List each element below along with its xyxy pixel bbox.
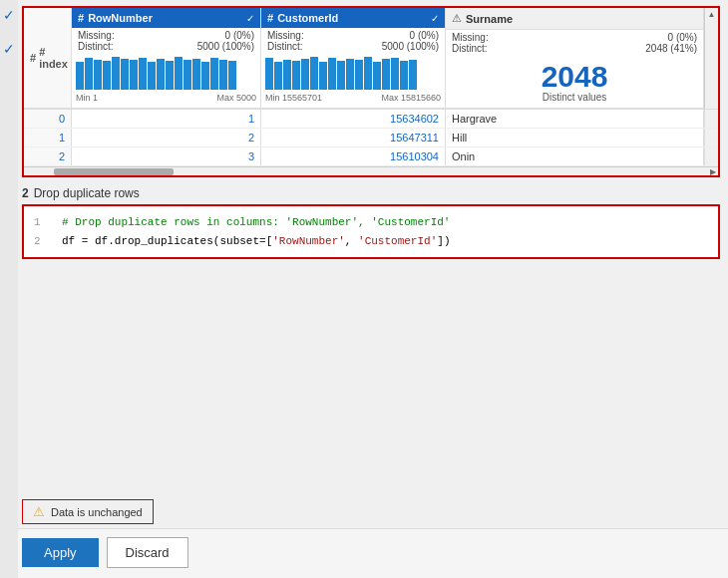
customerid-hash: # bbox=[267, 12, 273, 24]
customerid-missing: 0 (0%) bbox=[410, 30, 439, 41]
v-scrollbar[interactable]: ▲ bbox=[704, 8, 718, 109]
surname-distinct: 2048 (41%) bbox=[645, 43, 697, 54]
check-icon-1: ✓ bbox=[3, 8, 15, 22]
rownumber-hash: # bbox=[78, 12, 84, 24]
customerid-cell: 15634602 bbox=[261, 110, 446, 128]
table-row: 2 3 15610304 Onin bbox=[24, 147, 718, 166]
bar bbox=[328, 58, 336, 90]
bar bbox=[148, 62, 156, 90]
status-text: Data is unchanged bbox=[51, 506, 143, 518]
surname-cell: Hill bbox=[446, 129, 704, 146]
line-number-1: 1 bbox=[34, 213, 50, 232]
table-row: 1 2 15647311 Hill bbox=[24, 129, 718, 147]
bar bbox=[292, 61, 300, 90]
customerid-distinct: 5000 (100%) bbox=[382, 41, 439, 52]
rownumber-cell: 3 bbox=[72, 147, 261, 165]
surname-cell: Onin bbox=[446, 147, 704, 165]
surname-icon: ⚠ bbox=[452, 12, 462, 25]
bar bbox=[319, 62, 327, 90]
bar bbox=[355, 60, 363, 90]
rownumber-label: RowNumber bbox=[88, 12, 153, 24]
bar bbox=[391, 58, 399, 90]
surname-distinct-number: 2048 bbox=[542, 62, 608, 92]
surname-label: Surname bbox=[466, 13, 513, 25]
customerid-check: ✓ bbox=[431, 13, 439, 24]
customerid-column: # CustomerId ✓ Missing: 0 (0%) Distinct:… bbox=[261, 8, 446, 109]
bar bbox=[157, 59, 165, 90]
bar bbox=[85, 58, 93, 90]
rownumber-check: ✓ bbox=[246, 13, 254, 24]
code-text-1: # Drop duplicate rows in columns: 'RowNu… bbox=[62, 213, 450, 232]
bar bbox=[373, 62, 381, 90]
section-number: 2 bbox=[22, 186, 29, 200]
row-scroll bbox=[704, 129, 718, 146]
bar bbox=[121, 59, 129, 90]
h-scrollbar[interactable]: ▶ bbox=[24, 166, 718, 175]
bar bbox=[400, 61, 408, 90]
bar bbox=[175, 57, 182, 90]
table-row: 0 1 15634602 Hargrave bbox=[24, 110, 718, 129]
main-container: ✓ ✓ # # index # RowNumber ✓ bbox=[0, 0, 728, 578]
code-line-2: 2 df = df.drop_duplicates(subset=['RowNu… bbox=[34, 232, 708, 251]
bar bbox=[192, 59, 200, 90]
customerid-min: Min 15565701 bbox=[265, 93, 322, 103]
bar bbox=[265, 58, 273, 90]
bar bbox=[228, 61, 236, 90]
customerid-label: CustomerId bbox=[277, 12, 338, 24]
bar bbox=[76, 62, 84, 90]
code-block: 1 # Drop duplicate rows in columns: 'Row… bbox=[22, 204, 720, 259]
bar bbox=[112, 57, 120, 90]
rownumber-max: Max 5000 bbox=[216, 93, 256, 103]
bar bbox=[183, 60, 191, 90]
index-cell: 1 bbox=[24, 129, 72, 146]
scroll-up-icon[interactable]: ▲ bbox=[706, 8, 718, 21]
bar bbox=[346, 59, 354, 90]
rownumber-cell: 2 bbox=[72, 129, 261, 146]
bar bbox=[310, 57, 318, 90]
scroll-right-icon[interactable]: ▶ bbox=[710, 167, 716, 176]
warning-icon: ⚠ bbox=[33, 504, 45, 519]
index-cell: 0 bbox=[24, 110, 72, 128]
bar bbox=[283, 60, 291, 90]
bar bbox=[94, 60, 102, 90]
surname-distinct-label: Distinct values bbox=[543, 92, 606, 103]
section-label: Drop duplicate rows bbox=[34, 186, 140, 200]
left-sidebar: ✓ ✓ bbox=[0, 0, 18, 578]
check-icon-2: ✓ bbox=[3, 42, 15, 56]
code-line-1: 1 # Drop duplicate rows in columns: 'Row… bbox=[34, 213, 708, 232]
index-column-header: # # index bbox=[24, 8, 72, 109]
bar bbox=[409, 60, 417, 90]
line-number-2: 2 bbox=[34, 232, 50, 251]
customerid-max: Max 15815660 bbox=[381, 93, 441, 103]
surname-column: ⚠ Surname Missing: 0 (0%) Distinct: 2048… bbox=[446, 8, 704, 109]
discard-button[interactable]: Discard bbox=[107, 537, 188, 568]
bar bbox=[219, 60, 227, 90]
row-scroll bbox=[704, 110, 718, 128]
bar bbox=[301, 59, 309, 90]
status-badge: ⚠ Data is unchanged bbox=[22, 499, 154, 524]
bar bbox=[201, 62, 209, 90]
bar bbox=[210, 58, 218, 90]
bar bbox=[382, 59, 390, 90]
h-scroll-thumb[interactable] bbox=[54, 168, 174, 175]
bar bbox=[130, 60, 138, 90]
spacer bbox=[0, 263, 728, 495]
bar bbox=[103, 61, 111, 90]
rownumber-min: Min 1 bbox=[76, 93, 98, 103]
surname-missing: 0 (0%) bbox=[668, 32, 697, 43]
status-section: ⚠ Data is unchanged bbox=[22, 499, 720, 524]
surname-cell: Hargrave bbox=[446, 110, 704, 128]
bar bbox=[274, 62, 282, 90]
code-text-2: df = df.drop_duplicates(subset=['RowNumb… bbox=[62, 232, 450, 251]
bottom-bar: Apply Discard bbox=[0, 528, 728, 578]
bar bbox=[337, 61, 345, 90]
rownumber-cell: 1 bbox=[72, 110, 261, 128]
data-rows: 0 1 15634602 Hargrave 1 2 15647311 Hill … bbox=[24, 110, 718, 166]
apply-button[interactable]: Apply bbox=[22, 538, 99, 567]
rownumber-missing: 0 (0%) bbox=[225, 30, 254, 41]
hash-icon: # bbox=[30, 52, 36, 64]
rownumber-distinct: 5000 (100%) bbox=[197, 41, 254, 52]
bar bbox=[139, 58, 147, 90]
index-label: # index bbox=[39, 46, 68, 70]
customerid-cell: 15610304 bbox=[261, 147, 446, 165]
